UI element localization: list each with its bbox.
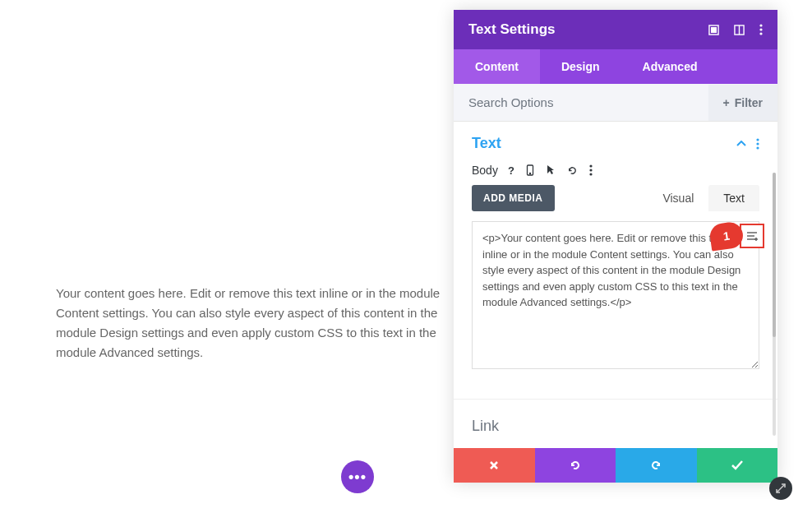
plus-icon: + xyxy=(723,96,730,109)
svg-point-13 xyxy=(589,164,592,167)
page-body-text: Your content goes here. Edit or remove t… xyxy=(56,284,450,363)
tab-advanced[interactable]: Advanced xyxy=(621,49,719,84)
scrollbar-thumb[interactable] xyxy=(773,173,776,337)
section-kebab-icon[interactable] xyxy=(756,138,759,150)
collapse-icon[interactable] xyxy=(736,141,746,147)
phone-icon[interactable] xyxy=(526,164,534,176)
filter-label: Filter xyxy=(735,96,763,109)
reset-icon[interactable] xyxy=(567,165,578,176)
editor-area: 1 xyxy=(472,221,759,372)
panel-tabs: Content Design Advanced xyxy=(454,49,777,84)
body-kebab-icon[interactable] xyxy=(589,164,593,176)
panel-header: Text Settings xyxy=(454,10,777,49)
svg-point-9 xyxy=(756,146,759,149)
kebab-menu-icon[interactable] xyxy=(759,24,763,35)
tab-content[interactable]: Content xyxy=(454,49,540,84)
help-icon[interactable]: ? xyxy=(508,164,514,177)
panel-title: Text Settings xyxy=(468,21,555,38)
editor-tab-text[interactable]: Text xyxy=(708,185,759,211)
search-row: + Filter xyxy=(454,84,777,122)
text-section: Text Body ? xyxy=(454,122,777,372)
save-button[interactable] xyxy=(697,448,778,483)
svg-point-14 xyxy=(589,169,592,171)
scrollbar[interactable] xyxy=(773,173,776,436)
section-header-icons xyxy=(736,138,759,150)
svg-point-8 xyxy=(756,142,759,145)
columns-icon[interactable] xyxy=(734,25,745,35)
svg-point-6 xyxy=(759,32,762,35)
undo-button[interactable] xyxy=(535,448,616,483)
svg-rect-1 xyxy=(712,27,717,32)
dynamic-content-icon[interactable] xyxy=(740,224,764,248)
add-media-button[interactable]: ADD MEDIA xyxy=(472,185,555,211)
svg-point-11 xyxy=(529,173,530,173)
expand-icon[interactable] xyxy=(708,25,719,35)
panel-header-icons xyxy=(708,24,763,35)
panel-footer xyxy=(454,448,777,483)
editor-tabs: Visual Text xyxy=(648,185,759,211)
annotation-callout: 1 xyxy=(707,223,764,249)
svg-marker-12 xyxy=(547,165,554,174)
section-title-text[interactable]: Text xyxy=(472,135,501,152)
tab-design[interactable]: Design xyxy=(540,49,621,84)
redo-button[interactable] xyxy=(616,448,697,483)
svg-point-15 xyxy=(589,173,592,175)
svg-point-7 xyxy=(756,138,759,141)
link-section-title: Link xyxy=(472,418,499,434)
editor-tab-visual[interactable]: Visual xyxy=(648,185,708,211)
page-settings-fab[interactable]: ••• xyxy=(341,460,374,493)
svg-point-4 xyxy=(759,24,762,26)
close-button[interactable] xyxy=(454,448,535,483)
filter-button[interactable]: + Filter xyxy=(708,85,777,121)
resize-handle[interactable] xyxy=(769,477,792,500)
search-input[interactable] xyxy=(454,84,708,121)
section-header: Text xyxy=(472,135,759,152)
body-option-icons: ? xyxy=(508,164,593,177)
svg-line-18 xyxy=(777,484,785,492)
body-label: Body xyxy=(472,164,498,177)
svg-point-5 xyxy=(759,28,762,30)
hover-icon[interactable] xyxy=(546,164,556,176)
body-row: Body ? xyxy=(472,164,759,177)
link-section[interactable]: Link xyxy=(454,399,777,448)
settings-panel: Text Settings Content Design Advanced + … xyxy=(454,10,777,483)
add-media-row: ADD MEDIA Visual Text xyxy=(472,185,759,211)
